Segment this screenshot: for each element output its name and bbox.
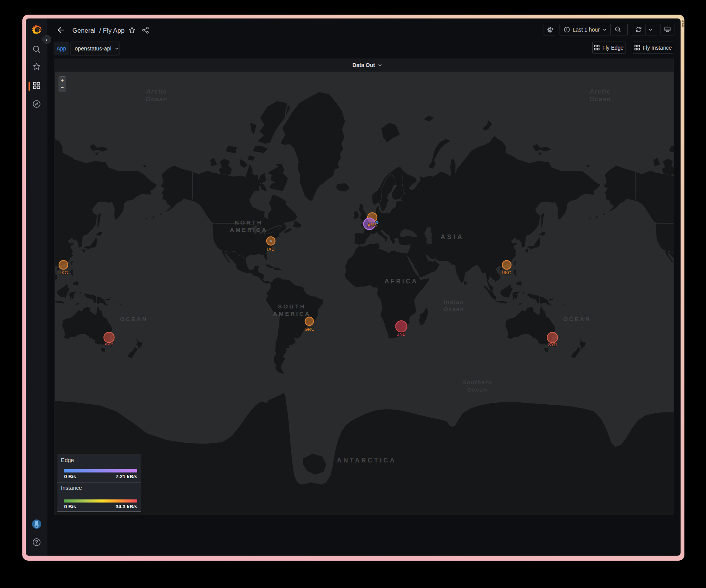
svg-text:Southern: Southern: [462, 379, 492, 385]
svg-text:GRU: GRU: [304, 327, 314, 332]
svg-text:ANTARCTICA: ANTARCTICA: [337, 457, 396, 464]
svg-text:Ocean: Ocean: [443, 306, 464, 312]
svg-text:HKG: HKG: [501, 270, 511, 275]
svg-text:SOUTH: SOUTH: [278, 303, 306, 310]
svg-text:Ocean: Ocean: [146, 96, 167, 103]
svg-text:AMS: AMS: [367, 223, 377, 228]
svg-text:SYD: SYD: [548, 342, 557, 347]
svg-text:AMERICA: AMERICA: [273, 310, 311, 317]
svg-text:AFRICA: AFRICA: [384, 278, 418, 285]
svg-text:JNB: JNB: [397, 332, 405, 337]
svg-text:OCEAN: OCEAN: [120, 316, 148, 323]
svg-text:SYD: SYD: [104, 342, 113, 347]
svg-text:OCEAN: OCEAN: [563, 316, 591, 323]
svg-text:ASIA: ASIA: [440, 234, 464, 241]
svg-text:Arctic: Arctic: [589, 89, 610, 95]
svg-text:AMERICA: AMERICA: [230, 226, 267, 233]
svg-text:Ocean: Ocean: [467, 386, 487, 393]
svg-text:Indian: Indian: [443, 298, 464, 305]
svg-text:NORTH: NORTH: [234, 219, 262, 226]
svg-text:IAD: IAD: [267, 247, 275, 251]
svg-text:HKG: HKG: [58, 270, 68, 275]
svg-text:Arctic: Arctic: [146, 89, 167, 95]
svg-text:Ocean: Ocean: [589, 96, 611, 103]
